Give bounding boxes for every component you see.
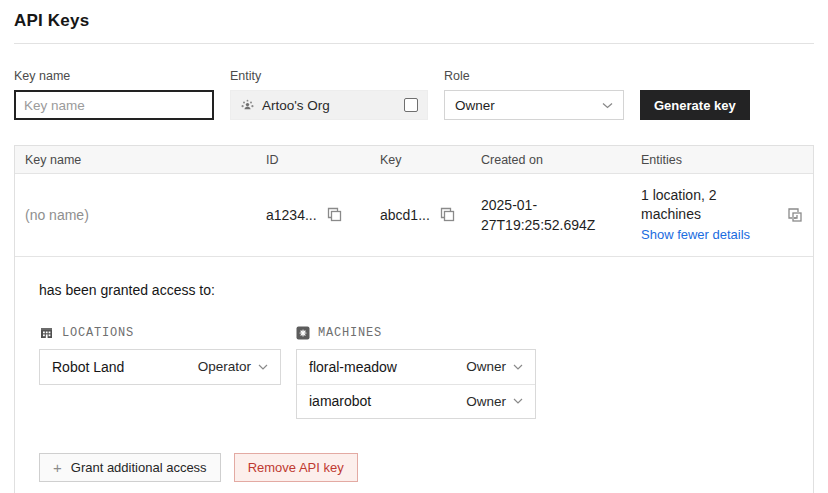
key-value: abcd1... [380,207,430,223]
machine-role-select[interactable]: Owner [466,394,523,409]
plus-icon: + [53,460,62,475]
locations-panel: Robot Land Operator [39,349,281,385]
duplicate-icon [787,207,803,223]
location-access-row: Robot Land Operator [40,350,280,384]
copy-key-button[interactable] [440,207,455,222]
chevron-down-icon [602,102,613,109]
grant-additional-access-button[interactable]: + Grant additional access [39,453,221,482]
machine-access-row: iamarobot Owner [297,384,535,418]
key-name-input[interactable] [14,90,214,120]
header-id: ID [256,153,370,167]
duplicate-key-button[interactable] [787,207,803,223]
title-divider [14,43,814,44]
machine-name: iamarobot [309,393,371,409]
create-key-form: Key name Entity [14,69,814,120]
cell-entities: 1 location, 2 machines Show fewer detail… [631,174,777,256]
chevron-down-icon [513,398,523,404]
page-title: API Keys [14,0,814,43]
locations-heading-label: LOCATIONS [62,326,134,340]
entity-selector[interactable]: Artoo's Org [230,90,428,120]
key-actions: + Grant additional access Remove API key [39,453,789,482]
cell-id: a1234... [256,195,370,235]
entity-label: Entity [230,69,428,83]
key-name-label: Key name [14,69,214,83]
role-field: Role Owner [444,69,624,120]
machines-panel: floral-meadow Owner iamarobot [296,349,536,419]
granted-access-text: has been granted access to: [39,282,789,298]
machines-heading-label: MACHINES [318,326,382,340]
location-name: Robot Land [52,359,124,375]
role-select[interactable]: Owner [444,90,624,120]
organization-icon [240,99,255,112]
machine-role-select[interactable]: Owner [466,359,523,374]
cell-created-on: 2025-01-27T19:25:52.694Z [471,183,631,248]
machine-name: floral-meadow [309,359,397,375]
machine-access-row: floral-meadow Owner [297,350,535,384]
api-keys-table: Key name ID Key Created on Entities (no … [14,145,814,493]
remove-api-key-button[interactable]: Remove API key [234,453,358,482]
copy-icon [327,207,342,222]
location-role-value: Operator [198,359,251,374]
locations-heading: LOCATIONS [39,326,281,340]
location-role-select[interactable]: Operator [198,359,268,374]
key-details-panel: has been granted access to: [15,257,813,493]
header-created-on: Created on [471,153,631,167]
entity-field: Entity Artoo's Org [230,69,428,120]
machines-heading: MACHINES [296,326,536,340]
header-key-name: Key name [15,153,256,167]
table-header-row: Key name ID Key Created on Entities [15,146,813,174]
cell-key-name: (no name) [15,195,256,235]
header-key: Key [370,153,471,167]
machines-group: MACHINES floral-meadow Owner [296,326,536,419]
table-row: (no name) a1234... abcd1... [15,174,813,257]
chevron-down-icon [258,364,268,370]
cell-key: abcd1... [370,195,471,235]
cell-actions [777,195,825,235]
key-name-field: Key name [14,69,214,120]
square-icon [404,98,418,112]
entity-value: Artoo's Org [262,98,397,113]
generate-key-button[interactable]: Generate key [640,90,750,120]
machine-role-value: Owner [466,359,506,374]
entities-summary: 1 location, 2 machines [641,186,763,224]
chevron-down-icon [513,364,523,370]
building-icon [39,326,54,340]
machine-role-value: Owner [466,394,506,409]
header-entities: Entities [631,153,777,167]
id-value: a1234... [266,207,317,223]
copy-id-button[interactable] [327,207,342,222]
machine-icon [296,326,310,340]
api-keys-page: API Keys Key name Entity [0,0,828,493]
role-label: Role [444,69,624,83]
locations-group: LOCATIONS Robot Land Operator [39,326,281,419]
role-select-value: Owner [455,98,495,113]
copy-icon [440,207,455,222]
show-fewer-details-link[interactable]: Show fewer details [641,226,750,244]
grant-button-label: Grant additional access [71,460,207,475]
